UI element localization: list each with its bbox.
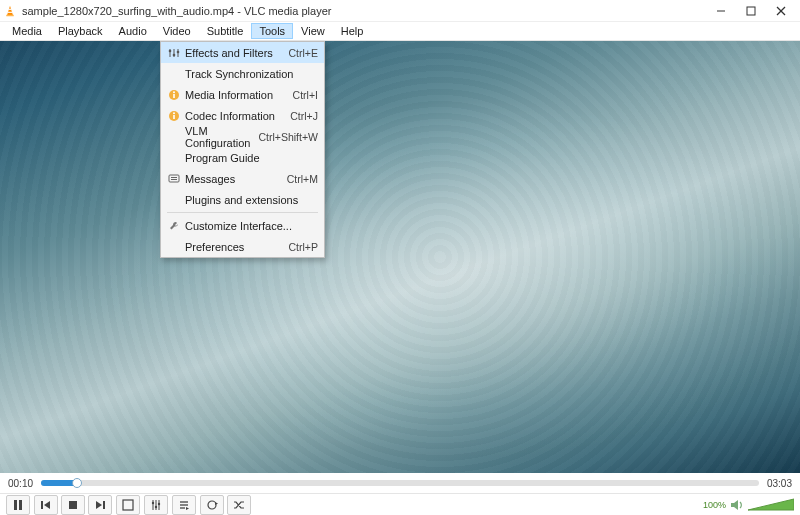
menu-label: Track Synchronization (183, 68, 318, 80)
svg-point-16 (173, 91, 175, 93)
volume-slider[interactable] (748, 498, 794, 512)
tools-customize-interface[interactable]: Customize Interface... (161, 215, 324, 236)
pause-button[interactable] (6, 495, 30, 515)
tools-preferences[interactable]: Preferences Ctrl+P (161, 236, 324, 257)
menu-shortcut: Ctrl+I (293, 89, 318, 101)
messages-icon (165, 173, 183, 185)
menu-shortcut: Ctrl+M (287, 173, 318, 185)
svg-rect-25 (41, 501, 43, 509)
svg-marker-40 (186, 507, 189, 510)
tools-plugins-and-extensions[interactable]: Plugins and extensions (161, 189, 324, 210)
svg-rect-3 (8, 11, 13, 12)
menu-label: Codec Information (183, 110, 290, 122)
svg-rect-18 (173, 115, 175, 119)
menu-label: Program Guide (183, 152, 318, 164)
tools-dropdown: Effects and Filters Ctrl+E Track Synchro… (160, 41, 325, 258)
menu-shortcut: Ctrl+P (289, 241, 318, 253)
stop-button[interactable] (61, 495, 85, 515)
info-icon (165, 110, 183, 122)
loop-button[interactable] (200, 495, 224, 515)
svg-rect-15 (173, 94, 175, 98)
svg-marker-42 (731, 500, 738, 510)
seek-thumb[interactable] (72, 478, 82, 488)
info-icon (165, 89, 183, 101)
minimize-button[interactable] (706, 1, 736, 21)
menu-audio[interactable]: Audio (111, 23, 155, 39)
menu-subtitle[interactable]: Subtitle (199, 23, 252, 39)
tools-track-synchronization[interactable]: Track Synchronization (161, 63, 324, 84)
tools-vlm-configuration[interactable]: VLM Configuration Ctrl+Shift+W (161, 126, 324, 147)
menu-media[interactable]: Media (4, 23, 50, 39)
time-current: 00:10 (8, 478, 33, 489)
svg-rect-29 (103, 501, 105, 509)
svg-point-19 (173, 112, 175, 114)
playlist-button[interactable] (172, 495, 196, 515)
time-total: 03:03 (767, 478, 792, 489)
menu-view[interactable]: View (293, 23, 333, 39)
svg-point-12 (173, 53, 176, 56)
menu-shortcut: Ctrl+J (290, 110, 318, 122)
svg-point-13 (177, 50, 180, 53)
tools-effects-and-filters[interactable]: Effects and Filters Ctrl+E (161, 42, 324, 63)
seekbar-row: 00:10 03:03 (0, 473, 800, 493)
svg-marker-26 (44, 501, 50, 509)
svg-point-11 (169, 49, 172, 52)
wrench-icon (165, 220, 183, 232)
menu-label: VLM Configuration (183, 125, 258, 149)
next-button[interactable] (88, 495, 112, 515)
maximize-button[interactable] (736, 1, 766, 21)
video-area[interactable]: Effects and Filters Ctrl+E Track Synchro… (0, 41, 800, 473)
menu-label: Effects and Filters (183, 47, 289, 59)
menu-label: Customize Interface... (183, 220, 318, 232)
menu-playback[interactable]: Playback (50, 23, 111, 39)
menubar: Media Playback Audio Video Subtitle Tool… (0, 22, 800, 41)
menu-label: Messages (183, 173, 287, 185)
svg-point-36 (158, 502, 160, 504)
svg-rect-24 (19, 500, 22, 510)
shuffle-button[interactable] (227, 495, 251, 515)
svg-marker-0 (7, 5, 13, 15)
svg-rect-20 (169, 175, 179, 182)
menu-label: Preferences (183, 241, 289, 253)
svg-point-34 (152, 501, 154, 503)
tools-program-guide[interactable]: Program Guide (161, 147, 324, 168)
svg-rect-23 (14, 500, 17, 510)
extended-settings-button[interactable] (144, 495, 168, 515)
fullscreen-button[interactable] (116, 495, 140, 515)
menu-label: Media Information (183, 89, 293, 101)
svg-marker-28 (96, 501, 102, 509)
svg-rect-30 (123, 500, 133, 510)
menu-shortcut: Ctrl+E (289, 47, 318, 59)
vlc-logo-icon (4, 5, 16, 17)
sliders-icon (165, 47, 183, 59)
titlebar: sample_1280x720_surfing_with_audio.mp4 -… (0, 0, 800, 22)
menu-separator (167, 212, 318, 213)
svg-rect-1 (6, 14, 14, 16)
speaker-icon[interactable] (730, 498, 744, 512)
tools-media-information[interactable]: Media Information Ctrl+I (161, 84, 324, 105)
tools-messages[interactable]: Messages Ctrl+M (161, 168, 324, 189)
prev-button[interactable] (34, 495, 58, 515)
menu-shortcut: Ctrl+Shift+W (258, 131, 318, 143)
close-button[interactable] (766, 1, 796, 21)
svg-rect-27 (69, 501, 77, 509)
menu-tools[interactable]: Tools (251, 23, 293, 39)
volume-percent: 100% (703, 500, 726, 510)
controls-bar: 100% (0, 493, 800, 515)
menu-label: Plugins and extensions (183, 194, 318, 206)
svg-point-35 (155, 505, 157, 507)
seek-slider[interactable] (41, 480, 759, 486)
svg-rect-5 (747, 7, 755, 15)
menu-help[interactable]: Help (333, 23, 372, 39)
tools-codec-information[interactable]: Codec Information Ctrl+J (161, 105, 324, 126)
menu-video[interactable]: Video (155, 23, 199, 39)
svg-rect-2 (9, 8, 12, 9)
window-title: sample_1280x720_surfing_with_audio.mp4 -… (22, 5, 706, 17)
